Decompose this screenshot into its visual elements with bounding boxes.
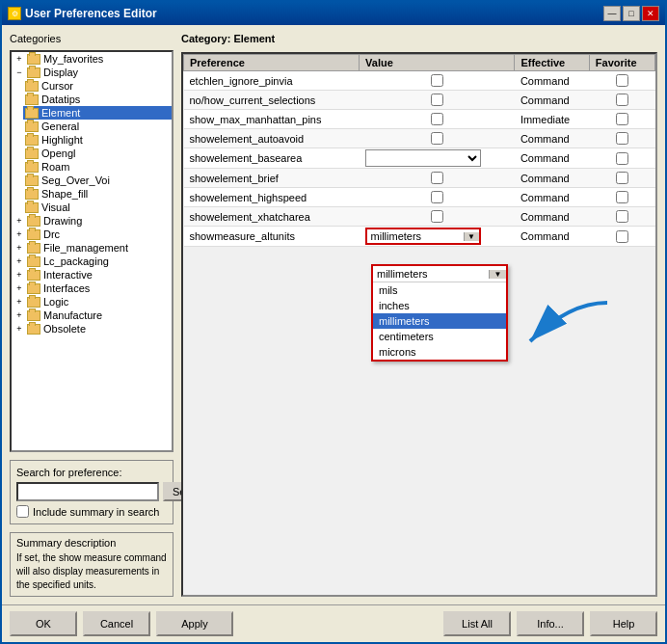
tree-item-cursor[interactable]: Cursor bbox=[23, 79, 172, 93]
titlebar: ⚙ User Preferences Editor — □ ✕ bbox=[2, 2, 665, 25]
pref-favorite bbox=[589, 207, 654, 227]
tree-item-seg-over-voi[interactable]: Seg_Over_Voi bbox=[23, 174, 172, 187]
tree-item-datatips[interactable]: Datatips bbox=[23, 93, 172, 106]
tree-label: Interactive bbox=[43, 269, 93, 281]
pref-checkbox[interactable] bbox=[431, 94, 443, 106]
tree-item-drc[interactable]: + Drc bbox=[12, 228, 172, 241]
tree-item-interfaces[interactable]: + Interfaces bbox=[12, 282, 172, 295]
pref-effective: Command bbox=[515, 91, 589, 110]
pref-checkbox[interactable] bbox=[431, 113, 443, 125]
titlebar-buttons: — □ ✕ bbox=[603, 6, 659, 21]
tree-label: Cursor bbox=[41, 80, 73, 92]
summary-area: Summary description If set, the show mea… bbox=[10, 532, 173, 597]
basearea-select[interactable] bbox=[365, 149, 481, 167]
fav-checkbox[interactable] bbox=[616, 132, 628, 145]
tree-item-roam[interactable]: Roam bbox=[23, 160, 172, 174]
preferences-table: Preference Value Effective Favorite etch… bbox=[183, 54, 655, 247]
pref-effective: Command bbox=[515, 71, 589, 91]
popup-arrow-icon[interactable]: ▼ bbox=[489, 270, 506, 279]
help-button[interactable]: Help bbox=[590, 611, 657, 636]
fav-checkbox[interactable] bbox=[616, 113, 628, 125]
tree-label: Visual bbox=[41, 201, 70, 213]
tree-wrapper: + My_favorites − Display Cursor bbox=[10, 50, 173, 452]
tree-label: Shape_fill bbox=[41, 188, 88, 200]
tree-item-interactive[interactable]: + Interactive bbox=[12, 268, 172, 282]
ok-button[interactable]: OK bbox=[10, 611, 77, 636]
pref-favorite bbox=[589, 91, 654, 110]
tree-label: Drc bbox=[43, 228, 60, 240]
table-row: showelement_highspeed Command bbox=[184, 188, 655, 207]
fav-checkbox[interactable] bbox=[616, 152, 628, 165]
pref-checkbox[interactable] bbox=[431, 132, 443, 145]
tree-item-element[interactable]: Element bbox=[23, 106, 172, 120]
folder-icon bbox=[25, 108, 39, 119]
tree-item-shape-fill[interactable]: Shape_fill bbox=[23, 187, 172, 201]
tree-item-logic[interactable]: + Logic bbox=[12, 295, 172, 309]
dropdown-arrow-icon[interactable]: ▼ bbox=[464, 232, 479, 241]
tree-item-visual[interactable]: Visual bbox=[23, 201, 172, 214]
close-button[interactable]: ✕ bbox=[642, 6, 659, 21]
folder-icon bbox=[25, 135, 39, 146]
dropdown-option-centimeters[interactable]: centimeters bbox=[373, 329, 506, 344]
bottom-bar: OK Cancel Apply List All Info... Help bbox=[2, 604, 665, 642]
pref-value bbox=[360, 110, 515, 129]
dropdown-option-inches[interactable]: inches bbox=[373, 298, 506, 313]
folder-icon bbox=[27, 67, 40, 78]
folder-icon bbox=[25, 121, 39, 132]
info-button[interactable]: Info... bbox=[517, 611, 584, 636]
tree-item-obsolete[interactable]: + Obsolete bbox=[12, 322, 172, 335]
fav-checkbox[interactable] bbox=[616, 191, 628, 203]
folder-icon bbox=[25, 202, 39, 213]
tree-label: Roam bbox=[41, 161, 69, 173]
tree-item-lc-packaging[interactable]: + Lc_packaging bbox=[12, 255, 172, 268]
pref-checkbox[interactable] bbox=[431, 210, 443, 223]
tree-item-opengl[interactable]: Opengl bbox=[23, 147, 172, 160]
expand-icon: + bbox=[13, 53, 25, 65]
bottom-left-buttons: OK Cancel Apply bbox=[10, 611, 233, 636]
fav-checkbox[interactable] bbox=[616, 94, 628, 106]
pref-checkbox[interactable] bbox=[431, 172, 443, 184]
expand-icon: + bbox=[13, 242, 25, 254]
folder-icon bbox=[27, 216, 40, 227]
maximize-button[interactable]: □ bbox=[623, 6, 640, 21]
fav-checkbox[interactable] bbox=[616, 172, 628, 184]
fav-checkbox[interactable] bbox=[616, 74, 628, 87]
pref-checkbox[interactable] bbox=[431, 74, 443, 87]
tree-item-my-favorites[interactable]: + My_favorites bbox=[12, 52, 172, 66]
tree-label: My_favorites bbox=[43, 53, 103, 65]
cancel-button[interactable]: Cancel bbox=[83, 611, 150, 636]
list-all-button[interactable]: List All bbox=[443, 611, 511, 636]
pref-value bbox=[360, 91, 515, 110]
pref-favorite bbox=[589, 227, 654, 247]
tree-item-drawing[interactable]: + Drawing bbox=[12, 214, 172, 228]
pref-effective: Command bbox=[515, 129, 589, 148]
folder-icon bbox=[27, 243, 40, 254]
tree-container[interactable]: + My_favorites − Display Cursor bbox=[10, 50, 173, 452]
pref-effective: Immediate bbox=[515, 110, 589, 129]
minimize-button[interactable]: — bbox=[603, 6, 621, 21]
fav-checkbox[interactable] bbox=[616, 230, 628, 243]
apply-button[interactable]: Apply bbox=[156, 611, 233, 636]
fav-checkbox[interactable] bbox=[616, 210, 628, 223]
altunits-dropdown[interactable]: millimeters ▼ bbox=[365, 228, 481, 245]
expand-icon: + bbox=[13, 228, 25, 240]
table-row: showelement_basearea Command bbox=[184, 148, 655, 169]
main-content: Categories + My_favorites − Display bbox=[2, 25, 665, 604]
tree-item-manufacture[interactable]: + Manufacture bbox=[12, 309, 172, 322]
search-input[interactable] bbox=[16, 482, 159, 501]
dropdown-option-millimeters[interactable]: millimeters bbox=[373, 313, 506, 329]
dropdown-popup-value: millimeters bbox=[373, 266, 489, 282]
include-summary-checkbox[interactable] bbox=[16, 505, 29, 518]
folder-icon bbox=[25, 148, 39, 159]
dropdown-popup-header: millimeters ▼ bbox=[373, 266, 506, 282]
tree-item-display[interactable]: − Display bbox=[12, 66, 172, 79]
dropdown-option-mils[interactable]: mils bbox=[373, 282, 506, 298]
dropdown-option-microns[interactable]: microns bbox=[373, 344, 506, 360]
tree-item-general[interactable]: General bbox=[23, 120, 172, 133]
pref-effective: Command bbox=[515, 148, 589, 169]
blue-arrow-indicator bbox=[511, 293, 627, 372]
tree-item-highlight[interactable]: Highlight bbox=[23, 133, 172, 147]
tree-item-file-management[interactable]: + File_management bbox=[12, 241, 172, 255]
pref-effective: Command bbox=[515, 207, 589, 227]
pref-checkbox[interactable] bbox=[431, 191, 443, 203]
